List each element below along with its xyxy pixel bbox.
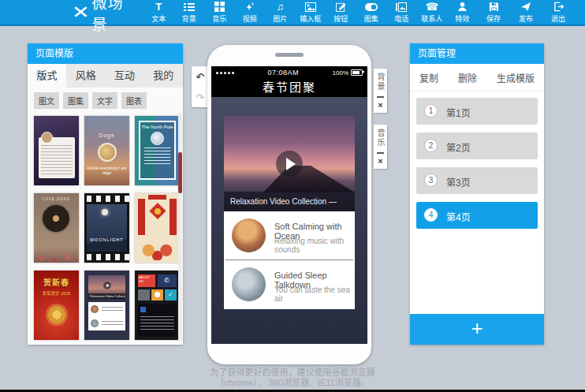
save-icon [489, 2, 499, 13]
publish-button[interactable]: 发布 [514, 2, 538, 24]
vinyl-disc [43, 205, 69, 232]
page-title[interactable]: 春节团聚 [211, 79, 367, 97]
save-button[interactable]: 保存 [482, 2, 505, 24]
playlist-card: Soft Calming with Ocean Relaxing music w… [224, 211, 355, 309]
image-icon [305, 2, 316, 13]
minimize-icon[interactable] [377, 152, 384, 154]
toolbar-item-background[interactable]: 背景 [178, 2, 200, 24]
avatar [98, 143, 117, 162]
video-element[interactable]: Relaxation Video Collection — [224, 116, 355, 211]
golden-flower [46, 304, 68, 326]
playlist-item[interactable]: Soft Calming with Ocean Relaxing music w… [224, 211, 355, 259]
playlist-item[interactable]: Guided Sleep Talkdown You can taste the … [224, 260, 355, 308]
play-icon [103, 282, 111, 289]
exit-button[interactable]: 退出 [546, 2, 570, 24]
send-icon [520, 2, 531, 13]
delete-page-button[interactable]: 删除 [458, 71, 477, 84]
tab-layout[interactable]: 版式 [28, 64, 66, 88]
browser-notice: 为了获得更好的使用，建议使用谷歌浏览器 （chrome）、 360浏览器、IE1… [174, 368, 411, 388]
page-item-3[interactable]: 3 第3页 [416, 167, 538, 194]
phone-statusbar: 07:08AM 100% [211, 66, 367, 79]
toggle-icon [365, 2, 378, 13]
logo-x-icon: ✕ [72, 2, 90, 23]
templates-tabs: 版式 风格 互动 我的 [28, 64, 183, 88]
pages-panel-title: 页面管理 [410, 43, 544, 64]
page-item-4[interactable]: 4 第4页 [416, 202, 538, 229]
undo-icon[interactable]: ↶ [194, 70, 207, 83]
template-thumb-profile[interactable] [34, 116, 79, 185]
avatar [151, 132, 164, 145]
pages-panel: 页面管理 复制 删除 生成模版 1 第1页 2 第2页 3 第3页 4 第4页 [410, 43, 544, 345]
toolbar-item-effects[interactable]: 特效 [452, 2, 474, 24]
redo-icon[interactable]: ↷ [194, 91, 207, 103]
generate-template-button[interactable]: 生成模版 [497, 71, 535, 84]
status-time: 07:08AM [234, 69, 333, 77]
toolbar-item-image[interactable]: ♫ 图片 [270, 2, 292, 24]
stars-icon [244, 2, 255, 13]
toolbar-item-contacts[interactable]: ☎ 联系人 [421, 2, 443, 24]
playlist-item-thumb [232, 267, 266, 301]
top-toolbar: ✕ 微场景 T 文本 背景 音乐 视频 ♫ 图片 [0, 0, 585, 26]
phone-preview: 07:08AM 100% 春节团聚 Relaxation Video Colle… [207, 45, 371, 364]
template-thumb-moonlight[interactable]: MOONLIGHT [84, 193, 129, 263]
template-thumb-video-list[interactable]: Relaxation Video Collection [84, 271, 129, 340]
templates-panel-title: 页面模版 [28, 43, 183, 64]
template-thumb-newyear-red[interactable]: 贺新春 羊年贺岁 2015 [34, 271, 79, 340]
template-thumb-newyear-couplets[interactable] [135, 193, 180, 263]
phone-tile [158, 274, 177, 287]
add-page-button[interactable]: + [410, 314, 544, 345]
layer-tab-background[interactable]: 背景 × [374, 69, 387, 113]
toolbar-item-music[interactable]: 音乐 [209, 2, 231, 24]
chat-tile [151, 289, 163, 301]
template-thumb-metro-tiles[interactable]: ABOUT US [135, 271, 180, 340]
tab-style[interactable]: 风格 [66, 64, 105, 88]
tab-mine[interactable]: 我的 [144, 64, 183, 88]
battery-percent: 100% [333, 69, 348, 77]
signal-dots-icon [216, 72, 234, 74]
filter-chart[interactable]: 图表 [121, 92, 147, 109]
phone-icon: ☎ [426, 2, 438, 13]
app-logo-text: 微场景 [91, 0, 133, 34]
pages-actions: 复制 删除 生成模版 [410, 64, 544, 91]
history-controls: ↶ ↷ [192, 66, 209, 107]
editor-window: ✕ 微场景 T 文本 背景 音乐 视频 ♫ 图片 [0, 0, 585, 392]
templates-scrollbar[interactable] [178, 113, 182, 342]
moon [102, 209, 108, 215]
scrollbar-thumb[interactable] [178, 152, 182, 193]
toolbar-item-gallery[interactable]: 图集 [360, 2, 382, 24]
grid-icon [214, 2, 225, 13]
phone-screen: 07:08AM 100% 春节团聚 Relaxation Video Colle… [211, 66, 367, 344]
copy-page-button[interactable]: 复制 [419, 71, 438, 84]
page-canvas[interactable]: Relaxation Video Collection — Soft Calmi… [211, 97, 367, 344]
template-filters: 图文 图集 文字 图表 [28, 88, 183, 109]
toolbar-item-button[interactable]: 按钮 [330, 2, 352, 24]
toolbar-item-input[interactable]: 输入框 [300, 2, 322, 24]
template-thumb-doge[interactable]: Doge Fellow everybody I am doge [84, 116, 129, 185]
playlist-item-thumb [232, 218, 266, 252]
filter-text[interactable]: 文字 [92, 92, 117, 109]
person-icon [457, 2, 468, 13]
toolbar-item-phone[interactable]: 电话 [391, 2, 413, 24]
tab-interactive[interactable]: 互动 [106, 64, 144, 88]
headphones-tile [138, 289, 150, 301]
battery-icon [351, 69, 363, 76]
slideshow-icon [396, 2, 407, 13]
template-thumb-northpole[interactable]: The North Pole [135, 116, 180, 185]
toolbar-item-text[interactable]: T 文本 [148, 2, 170, 24]
filter-gallery[interactable]: 图集 [63, 92, 88, 109]
page-item-1[interactable]: 1 第1页 [416, 98, 538, 125]
filter-imagetext[interactable]: 图文 [34, 92, 59, 109]
music-note-icon: ♫ [276, 2, 284, 13]
page-item-2[interactable]: 2 第2页 [416, 133, 538, 159]
template-thumb-lovesong[interactable]: LOVE SONG [34, 193, 79, 263]
close-icon[interactable]: × [378, 101, 382, 110]
layer-tab-music[interactable]: 音乐 × [374, 125, 387, 169]
video-caption: Relaxation Video Collection — [224, 192, 355, 211]
check-tile [165, 289, 177, 301]
minimize-icon[interactable] [377, 96, 384, 98]
avatar [41, 132, 53, 144]
template-grid: Doge Fellow everybody I am doge The Nort… [28, 109, 183, 340]
close-icon[interactable]: × [378, 157, 382, 166]
toolbar-item-video[interactable]: 视频 [239, 2, 261, 24]
app-logo: ✕ 微场景 [73, 0, 134, 34]
